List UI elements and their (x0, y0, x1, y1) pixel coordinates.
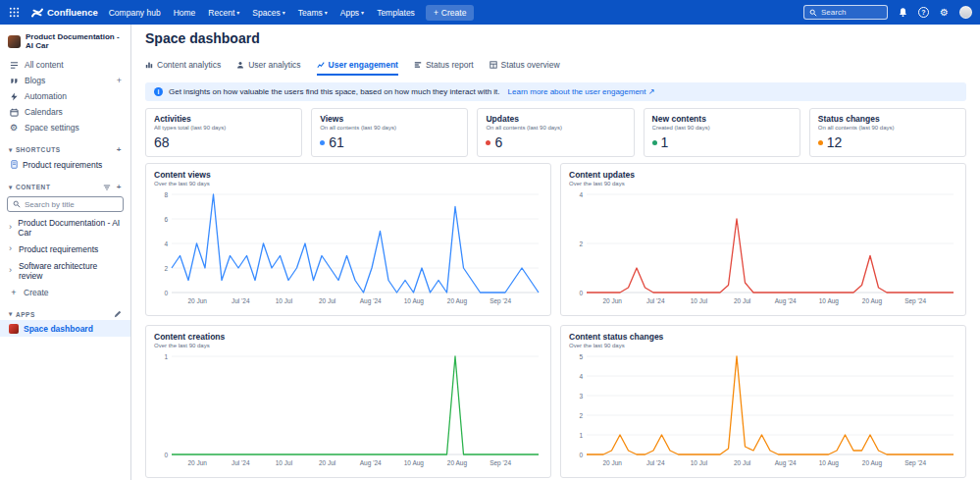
chart-card-content-views: Content views Over the last 90 days 0246… (145, 163, 551, 316)
sidebar-create-button[interactable]: + Create (0, 284, 130, 300)
bar-chart-icon (145, 61, 153, 69)
settings-gear-icon[interactable]: ⚙ (938, 6, 951, 19)
content-section-header[interactable]: ▾ CONTENT + (0, 180, 130, 193)
nav-apps[interactable]: Apps▾ (340, 8, 364, 18)
svg-text:4: 4 (164, 240, 168, 247)
shortcut-item-product-requirements[interactable]: Product requirements (0, 156, 130, 173)
nav-templates[interactable]: Templates (377, 8, 415, 18)
svg-text:20 Aug: 20 Aug (862, 297, 883, 305)
stat-dot (320, 140, 325, 145)
stat-dot (652, 140, 657, 145)
chevron-right-icon[interactable]: › (9, 266, 15, 275)
stat-number: 12 (827, 134, 843, 150)
content-search-input[interactable] (25, 200, 118, 209)
tab-status-report[interactable]: Status report (414, 60, 474, 76)
stat-value: 6 (486, 134, 625, 150)
chevron-right-icon[interactable]: › (9, 244, 15, 253)
search-input[interactable] (821, 8, 882, 17)
svg-text:0: 0 (579, 290, 583, 296)
svg-text:Aug '24: Aug '24 (775, 459, 797, 467)
chevron-down-icon: ▾ (325, 10, 328, 16)
confluence-logo[interactable]: Confluence (31, 7, 98, 19)
sidebar-item-space-settings[interactable]: ⚙ Space settings (0, 120, 130, 135)
chart-title: Content views (154, 170, 542, 180)
svg-text:4: 4 (579, 373, 583, 380)
edit-pencil-icon[interactable] (114, 310, 122, 318)
notifications-bell-icon[interactable] (897, 6, 909, 19)
tab-label: Content analytics (157, 60, 221, 70)
create-button[interactable]: + Create (426, 5, 474, 21)
content-updates-chart: 02420 JunJul '2410 Jul20 JulAug '2410 Au… (569, 189, 957, 305)
nav-label: Recent (208, 8, 234, 18)
confluence-logo-icon (31, 7, 43, 19)
stat-subtitle: On all contents (last 90 days) (818, 125, 957, 131)
sidebar-item-calendars[interactable]: Calendars (0, 104, 130, 120)
nav-home[interactable]: Home (174, 8, 196, 18)
nav-company-hub[interactable]: Company hub (109, 8, 161, 18)
tab-user-analytics[interactable]: User analytics (236, 60, 300, 76)
svg-text:Sep '24: Sep '24 (904, 297, 926, 305)
apps-section-header[interactable]: ▾ APPS (0, 307, 130, 320)
add-shortcut-icon[interactable]: + (117, 145, 122, 154)
svg-text:2: 2 (164, 265, 168, 272)
horizontal-bars-icon (414, 61, 422, 69)
nav-spaces[interactable]: Spaces▾ (252, 8, 284, 18)
svg-text:20 Jul: 20 Jul (319, 459, 336, 466)
sidebar-item-automation[interactable]: Automation (0, 88, 130, 104)
stat-number: 61 (329, 134, 344, 150)
filter-icon[interactable] (103, 184, 111, 191)
help-icon[interactable]: ? (918, 7, 929, 18)
svg-text:10 Jul: 10 Jul (276, 459, 293, 466)
svg-text:Sep '24: Sep '24 (490, 459, 511, 467)
global-search (803, 5, 888, 20)
chart-subtitle: Over the last 90 days (154, 181, 542, 187)
space-header[interactable]: Product Documentation - AI Car (0, 32, 130, 57)
tab-label: Status report (426, 60, 474, 70)
svg-text:0: 0 (164, 452, 168, 458)
add-content-icon[interactable]: + (117, 183, 122, 191)
svg-text:Sep '24: Sep '24 (904, 459, 926, 467)
chevron-right-icon[interactable]: › (9, 223, 14, 232)
page-title: Space dashboard (145, 30, 966, 46)
document-icon (9, 160, 19, 170)
chart-subtitle: Over the last 90 days (569, 343, 957, 348)
nav-right-group: ? ⚙ (803, 5, 972, 20)
line-chart-icon (317, 61, 325, 69)
chevron-down-icon: ▾ (236, 10, 239, 16)
tree-item-product-requirements[interactable]: › Product requirements (0, 240, 130, 257)
shortcuts-section-header[interactable]: ▾ SHORTCUTS + (0, 142, 130, 156)
sidebar-item-blogs[interactable]: Blogs + (0, 73, 130, 88)
stat-card-status-changes: Status changes On all contents (last 90 … (809, 108, 966, 157)
tree-item-product-documentation[interactable]: › Product Documentation - AI Car (0, 214, 130, 240)
tree-item-label: Product Documentation - AI Car (18, 218, 122, 238)
sidebar-item-label: Space settings (25, 123, 79, 133)
svg-text:10 Aug: 10 Aug (819, 459, 840, 467)
stat-value: 68 (154, 134, 293, 150)
sidebar-item-label: Calendars (25, 107, 63, 117)
svg-text:2: 2 (579, 240, 583, 247)
nav-recent[interactable]: Recent▾ (208, 8, 239, 18)
tab-content-analytics[interactable]: Content analytics (145, 60, 221, 76)
tab-status-overview[interactable]: Status overview (490, 60, 560, 76)
nav-label: Spaces (252, 8, 280, 18)
add-blog-icon[interactable]: + (117, 76, 122, 85)
learn-more-link[interactable]: Learn more about the user engagement ↗ (508, 87, 655, 96)
sidebar-item-space-dashboard[interactable]: Space dashboard (0, 320, 130, 337)
chart-title: Content creations (154, 332, 542, 342)
svg-text:Aug '24: Aug '24 (360, 297, 382, 305)
tab-user-engagement[interactable]: User engagement (317, 60, 398, 76)
sidebar-item-all-content[interactable]: All content (0, 57, 130, 73)
tree-item-software-architecture-review[interactable]: › Software architecture review (0, 257, 130, 284)
nav-teams[interactable]: Teams▾ (298, 8, 328, 18)
content-views-chart: 0246820 JunJul '2410 Jul20 JulAug '2410 … (154, 189, 542, 305)
app-switcher-icon[interactable] (8, 6, 21, 19)
stat-number: 1 (661, 134, 669, 150)
lightning-bolt-icon (9, 91, 19, 101)
svg-text:3: 3 (579, 393, 583, 400)
chart-title: Content updates (569, 170, 957, 180)
svg-text:20 Aug: 20 Aug (447, 459, 468, 467)
user-avatar[interactable] (959, 6, 972, 19)
stat-subtitle: All types total (last 90 days) (154, 125, 293, 131)
info-banner: i Get insights on how valuable the users… (145, 82, 966, 101)
svg-text:20 Jul: 20 Jul (319, 297, 336, 304)
